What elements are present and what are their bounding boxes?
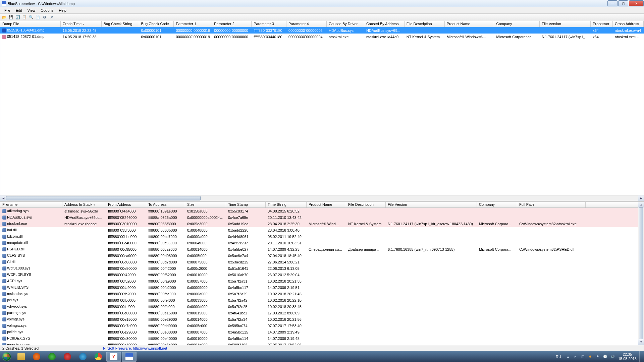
column-header[interactable]: Parameter 1 (174, 21, 212, 27)
lang-indicator[interactable]: RU (556, 355, 561, 359)
module-row[interactable]: kdcom.dllfffff880`00bbd000fffff800`00bc7… (0, 233, 644, 240)
column-header[interactable]: Product Name (445, 21, 494, 27)
minimize-button[interactable]: — (607, 0, 618, 6)
module-row[interactable]: partmgr.sysfffff880`00e00000fffff880`00e… (0, 310, 644, 316)
menu-options[interactable]: Options (38, 8, 56, 13)
module-file-icon (2, 235, 6, 239)
module-row[interactable]: WDFLDR.SYSfffff880`00f42000fffff880`00f5… (0, 272, 644, 278)
dump-row[interactable]: 051418-20872-01.dmp14.05.2018 17:50:380x… (0, 34, 644, 40)
scroll-left-icon[interactable]: ◀ (0, 195, 6, 201)
module-row[interactable]: atikmdag.sysatikmdag.sys+56c3afffff880`0… (0, 208, 644, 214)
column-header[interactable]: File Version (386, 202, 477, 207)
column-header[interactable]: Full Path (517, 202, 586, 207)
scroll-up-icon[interactable]: ▲ (638, 202, 644, 207)
column-header[interactable]: Filename (0, 202, 62, 207)
open-icon[interactable]: 📂 (2, 15, 7, 20)
tray-update-icon[interactable]: ◉ (588, 354, 593, 359)
taskbar-clock[interactable]: 22:35 15.05.2018 (618, 352, 637, 360)
tb-utorrent[interactable] (45, 352, 59, 362)
column-header[interactable]: Caused By Address (364, 21, 405, 27)
module-row[interactable]: ntoskrnl.exentoskrnl.exe+bdabefffff800`0… (0, 221, 644, 227)
tb-yandex[interactable]: Y (106, 352, 121, 362)
tb-mediaplayer[interactable] (29, 352, 44, 362)
system-tray: RU ▴ ▸ ◫ ◉ ⚑ 🕐 🔊 22:35 15.05.2018 (556, 351, 644, 362)
column-header[interactable]: File Description (346, 202, 386, 207)
save-icon[interactable]: 💾 (8, 15, 14, 20)
column-header[interactable]: Bug Check Code (139, 21, 174, 27)
scroll-down-icon[interactable]: ▼ (638, 339, 644, 345)
tray-arrow-icon[interactable]: ▴ (566, 354, 571, 359)
module-row[interactable]: hal.dllfffff800`035f3000fffff800`0363b00… (0, 227, 644, 233)
properties-icon[interactable]: 📋 (22, 15, 27, 20)
column-header[interactable]: Company (494, 21, 540, 27)
column-header[interactable]: Size (185, 202, 226, 207)
modules-vscrollbar[interactable]: ▲ ▼ (638, 202, 644, 345)
column-header[interactable]: Time Stamp (226, 202, 266, 207)
tb-explorer[interactable] (14, 352, 29, 362)
module-row[interactable]: vdrvroot.sysfffff880`00fef000fffff880`00… (0, 303, 644, 310)
tray-action-icon[interactable]: ⚑ (595, 354, 600, 359)
column-header[interactable]: Dump File (0, 21, 61, 27)
dumps-hscrollbar[interactable]: ◀ ▶ (0, 195, 644, 201)
tray-clock-icon[interactable]: 🕐 (602, 354, 608, 359)
column-header[interactable]: Caused By Driver (327, 21, 364, 27)
column-header[interactable]: Crash Time (61, 21, 102, 27)
close-button[interactable]: ✕ (629, 0, 644, 6)
module-row[interactable]: mcupdate.dllfffff880`00c46000fffff880`00… (0, 240, 644, 246)
column-header[interactable]: To Address (146, 202, 185, 207)
tray-volume-icon[interactable]: 🔊 (610, 354, 615, 359)
column-header[interactable]: Processor (591, 21, 613, 27)
column-header[interactable]: Company (477, 202, 517, 207)
column-header[interactable]: File Description (405, 21, 445, 27)
copy-icon[interactable]: 📄 (35, 15, 41, 20)
module-row[interactable]: volmgrx.sysfffff880`00d7d000fffff880`00d… (0, 322, 644, 329)
nirsoft-link[interactable]: http://www.nirsoft.net (133, 346, 167, 350)
column-header[interactable]: Crash Address (613, 21, 644, 27)
menu-help[interactable]: Help (56, 8, 69, 13)
module-row[interactable]: msisadrv.sysfffff880`00fb2000fffff880`00… (0, 291, 644, 297)
vscroll-thumb[interactable] (639, 207, 643, 339)
refresh-icon[interactable]: 🔄 (15, 15, 20, 20)
tray-flag-icon[interactable]: ▸ (573, 354, 578, 359)
tb-ie[interactable] (75, 352, 90, 362)
titlebar[interactable]: BlueScreenView - C:\Windows\Minidump — ▢… (0, 0, 644, 7)
module-row[interactable]: CI.dllfffff880`00d08000fffff880`00d7d000… (0, 259, 644, 265)
module-row[interactable]: PCIIDEX.SYSfffff880`00e30000fffff880`00e… (0, 335, 644, 342)
column-header[interactable]: Parameter 4 (286, 21, 327, 27)
show-desktop[interactable] (639, 351, 642, 362)
dump-row[interactable]: 051518-18548-01.dmp15.05.2018 22:22:450x… (0, 27, 644, 34)
module-row[interactable]: pciide.sysfffff880`00e29000fffff880`00e3… (0, 329, 644, 335)
module-row[interactable]: HDAudBus.sysHDAudBus.sys+69cc...fffff880… (0, 214, 644, 221)
module-row[interactable]: ACPI.sysfffff880`00f52000fffff880`00fa90… (0, 278, 644, 284)
column-header[interactable]: Product Name (307, 202, 346, 207)
column-header[interactable]: Time String (266, 202, 307, 207)
tray-network-icon[interactable]: ◫ (580, 354, 586, 359)
tb-opera[interactable] (60, 352, 75, 362)
maximize-button[interactable]: ▢ (618, 0, 628, 6)
taskbar: Y RU ▴ ▸ ◫ ◉ ⚑ 🕐 🔊 22:35 15.05.2018 (0, 351, 644, 362)
exit-icon[interactable]: ↗ (49, 15, 54, 20)
options-icon[interactable]: ⚙ (42, 15, 47, 20)
tb-chrome[interactable] (91, 352, 106, 362)
tb-bluescreenview[interactable] (122, 352, 137, 362)
scroll-right-icon[interactable]: ▶ (638, 195, 644, 201)
module-row[interactable]: PSHED.dllfffff880`00c95000fffff880`00ca9… (0, 246, 644, 252)
menu-file[interactable]: File (2, 8, 13, 13)
module-row[interactable]: mountmgr.sysfffff880`00e40000fffff880`00… (0, 342, 644, 345)
menu-edit[interactable]: Edit (13, 8, 25, 13)
column-header[interactable]: File Version (540, 21, 591, 27)
module-row[interactable]: WMILIB.SYSfffff880`00fa9000fffff880`00fb… (0, 284, 644, 291)
column-header[interactable]: Parameter 3 (252, 21, 286, 27)
start-button[interactable] (0, 351, 13, 362)
module-row[interactable]: CLFS.SYSfffff880`00ca9000fffff880`00d080… (0, 252, 644, 259)
column-header[interactable]: Address In Stack (62, 202, 106, 207)
column-header[interactable]: Bug Check String (102, 21, 139, 27)
menu-view[interactable]: View (25, 8, 38, 13)
module-row[interactable]: pci.sysfffff880`00fbc000fffff880`00fef00… (0, 297, 644, 303)
find-icon[interactable]: 🔍 (29, 15, 34, 20)
scroll-thumb[interactable] (6, 196, 201, 200)
column-header[interactable]: From Address (106, 202, 146, 207)
module-row[interactable]: Wdf01000.sysfffff880`00e80000fffff880`00… (0, 265, 644, 272)
column-header[interactable]: Parameter 2 (212, 21, 252, 27)
module-row[interactable]: volmgr.sysfffff880`00e15000fffff880`00e2… (0, 316, 644, 322)
